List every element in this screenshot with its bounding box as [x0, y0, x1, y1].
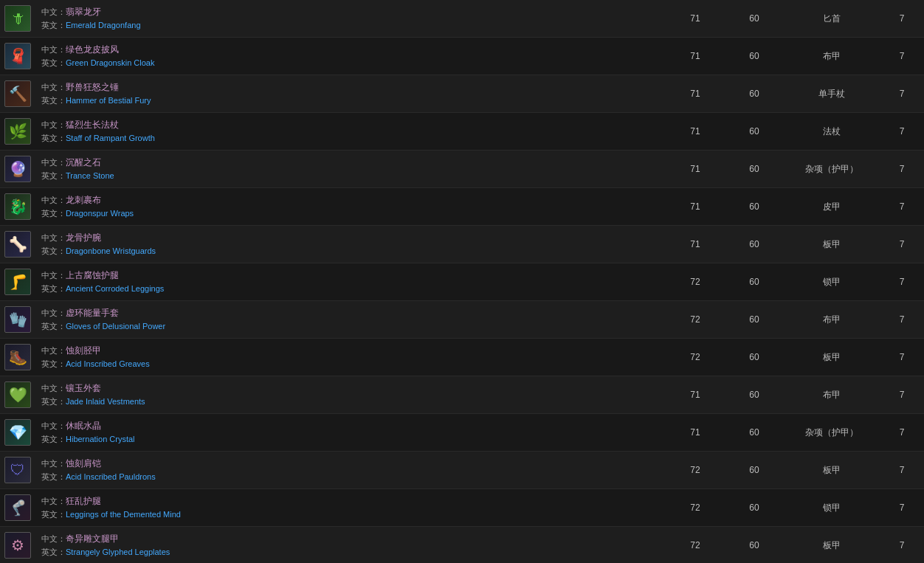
item-count: 7: [880, 502, 924, 513]
item-name-cn: 中文：狂乱护腿: [41, 495, 660, 508]
item-type: 布甲: [784, 389, 880, 401]
cn-label: 中文：: [41, 384, 66, 393]
en-label: 英文：: [41, 510, 66, 519]
table-row[interactable]: 🦴 中文：龙骨护腕 英文：Dragonbone Wristguards 71 6…: [0, 226, 924, 263]
item-name-en: 英文：Leggings of the Demented Mind: [41, 509, 660, 520]
item-name-cn: 中文：上古腐蚀护腿: [41, 269, 660, 282]
item-name-cell: 中文：猛烈生长法杖 英文：Staff of Rampant Growth: [35, 116, 666, 147]
item-count: 7: [880, 13, 924, 24]
table-row[interactable]: 🔮 中文：沉醒之石 英文：Trance Stone 71 60 杂项（护甲） 7: [0, 151, 924, 188]
item-name-cell: 中文：沉醒之石 英文：Trance Stone: [35, 153, 666, 184]
table-row[interactable]: 🔨 中文：野兽狂怒之锤 英文：Hammer of Bestial Fury 71…: [0, 75, 924, 113]
item-type: 匕首: [784, 13, 880, 25]
item-name-cell: 中文：龙骨护腕 英文：Dragonbone Wristguards: [35, 229, 666, 260]
table-row[interactable]: 🐉 中文：龙刺裹布 英文：Dragonspur Wraps 71 60 皮甲 7: [0, 188, 924, 226]
table-row[interactable]: ⚙ 中文：奇异雕文腿甲 英文：Strangely Glyphed Legplat…: [0, 527, 924, 563]
item-name-en: 英文：Strangely Glyphed Legplates: [41, 547, 660, 558]
cn-label: 中文：: [41, 271, 66, 280]
item-name-cn: 中文：翡翠龙牙: [41, 6, 660, 18]
item-icon-cell: ⚙: [0, 529, 35, 562]
en-label: 英文：: [41, 472, 66, 481]
item-type: 板甲: [784, 539, 880, 552]
item-name-cn: 中文：蚀刻胫甲: [41, 345, 660, 357]
item-icon: 🔮: [4, 156, 31, 182]
en-label: 英文：: [41, 435, 66, 443]
item-level1: 72: [666, 277, 725, 287]
item-type: 板甲: [784, 464, 880, 477]
cn-label: 中文：: [41, 120, 66, 129]
cn-label: 中文：: [41, 534, 66, 543]
item-icon: 💚: [4, 381, 31, 408]
item-icon: 🌿: [4, 118, 31, 145]
table-row[interactable]: 🧣 中文：绿色龙皮披风 英文：Green Dragonskin Cloak 71…: [0, 38, 924, 75]
item-level1: 72: [666, 502, 725, 513]
table-row[interactable]: 🌿 中文：猛烈生长法杖 英文：Staff of Rampant Growth 7…: [0, 113, 924, 151]
item-type: 锁甲: [784, 276, 880, 289]
item-count: 7: [880, 89, 924, 99]
item-name-en: 英文：Acid Inscribed Pauldrons: [41, 472, 660, 483]
table-row[interactable]: 🧤 中文：虚环能量手套 英文：Gloves of Delusional Powe…: [0, 301, 924, 339]
item-icon-cell: 🗡: [0, 2, 35, 35]
item-count: 7: [880, 126, 924, 137]
item-count: 7: [880, 51, 924, 61]
item-name-cn: 中文：蚀刻肩铠: [41, 457, 660, 470]
item-level1: 71: [666, 13, 725, 24]
item-name-cn: 中文：龙刺裹布: [41, 194, 660, 207]
table-row[interactable]: 🛡 中文：蚀刻肩铠 英文：Acid Inscribed Pauldrons 72…: [0, 452, 924, 489]
item-count: 7: [880, 540, 924, 550]
item-level1: 72: [666, 352, 725, 362]
table-row[interactable]: 🦿 中文：狂乱护腿 英文：Leggings of the Demented Mi…: [0, 489, 924, 527]
en-label: 英文：: [41, 58, 66, 67]
item-level1: 71: [666, 201, 725, 212]
item-type: 杂项（护甲）: [784, 426, 880, 439]
item-name-cn: 中文：龙骨护腕: [41, 232, 660, 244]
item-level2: 60: [725, 239, 784, 249]
item-name-cn: 中文：休眠水晶: [41, 420, 660, 432]
item-name-cell: 中文：休眠水晶 英文：Hibernation Crystal: [35, 417, 666, 448]
table-row[interactable]: 💚 中文：镶玉外套 英文：Jade Inlaid Vestments 71 60…: [0, 376, 924, 414]
item-icon-cell: 🧣: [0, 40, 35, 72]
item-name-en: 英文：Staff of Rampant Growth: [41, 133, 660, 144]
cn-label: 中文：: [41, 421, 66, 430]
table-row[interactable]: 🥾 中文：蚀刻胫甲 英文：Acid Inscribed Greaves 72 6…: [0, 339, 924, 376]
item-type: 布甲: [784, 50, 880, 63]
item-name-en: 英文：Green Dragonskin Cloak: [41, 58, 660, 69]
item-icon: 🦵: [4, 269, 31, 295]
item-icon: 🗡: [4, 5, 31, 32]
item-count: 7: [880, 465, 924, 475]
item-level2: 60: [725, 314, 784, 325]
item-name-cell: 中文：上古腐蚀护腿 英文：Ancient Corroded Leggings: [35, 266, 666, 297]
table-row[interactable]: 💎 中文：休眠水晶 英文：Hibernation Crystal 71 60 杂…: [0, 414, 924, 452]
item-count: 7: [880, 201, 924, 212]
item-type: 皮甲: [784, 201, 880, 213]
table-row[interactable]: 🦵 中文：上古腐蚀护腿 英文：Ancient Corroded Leggings…: [0, 263, 924, 301]
item-name-cell: 中文：蚀刻胫甲 英文：Acid Inscribed Greaves: [35, 342, 666, 373]
item-level1: 71: [666, 427, 725, 438]
item-name-cell: 中文：奇异雕文腿甲 英文：Strangely Glyphed Legplates: [35, 530, 666, 561]
item-icon: 🦴: [4, 231, 31, 258]
item-icon-cell: 💚: [0, 379, 35, 411]
cn-label: 中文：: [41, 7, 66, 16]
item-icon: 🦿: [4, 494, 31, 521]
item-icon-cell: 🛡: [0, 454, 35, 486]
item-type: 板甲: [784, 351, 880, 364]
cn-label: 中文：: [41, 83, 66, 91]
table-row[interactable]: 🗡 中文：翡翠龙牙 英文：Emerald Dragonfang 71 60 匕首…: [0, 0, 924, 38]
item-icon-cell: 🦵: [0, 266, 35, 298]
cn-label: 中文：: [41, 196, 66, 204]
item-icon: 🐉: [4, 193, 31, 220]
item-level1: 71: [666, 89, 725, 99]
item-level2: 60: [725, 352, 784, 362]
item-type: 锁甲: [784, 502, 880, 514]
en-label: 英文：: [41, 359, 66, 368]
item-count: 7: [880, 427, 924, 438]
item-icon-cell: 🔨: [0, 77, 35, 110]
item-count: 7: [880, 390, 924, 400]
item-name-cell: 中文：镶玉外套 英文：Jade Inlaid Vestments: [35, 379, 666, 410]
item-level2: 60: [725, 89, 784, 99]
item-icon-cell: 🔮: [0, 153, 35, 185]
en-label: 英文：: [41, 548, 66, 556]
item-icon-cell: 🦴: [0, 228, 35, 260]
item-icon: 🥾: [4, 344, 31, 370]
item-count: 7: [880, 164, 924, 174]
